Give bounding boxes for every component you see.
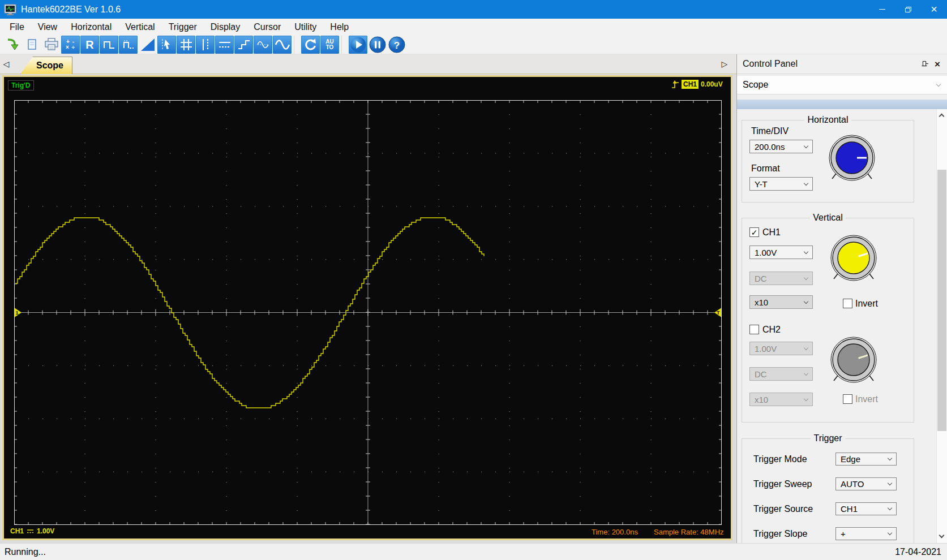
trigger-group-title: Trigger xyxy=(811,433,845,443)
maximize-button[interactable] xyxy=(895,0,921,19)
pulse-measure-button[interactable] xyxy=(119,36,138,54)
close-button[interactable]: × xyxy=(921,0,947,19)
vertical-group: Vertical ✓ CH1 1.00V DC x10 Invert CH2 1… xyxy=(742,218,914,423)
step-wave-button[interactable] xyxy=(234,36,253,54)
scrollbar-thumb[interactable] xyxy=(937,170,946,431)
autoset-button[interactable]: AUTO xyxy=(320,36,339,54)
acquire-button[interactable] xyxy=(3,36,22,54)
menu-bar: FileViewHorizontalVerticalTriggerDisplay… xyxy=(0,19,947,35)
letter-icon: R xyxy=(85,39,93,50)
sine2-icon xyxy=(275,38,290,51)
horizontal-position-knob[interactable] xyxy=(828,134,876,182)
trigger-source-label: Trigger Source xyxy=(753,504,813,514)
channel1-volts-div: 1.00V xyxy=(37,527,54,535)
vcur-icon xyxy=(199,38,212,51)
status-bar: Running... 17-04-2021 xyxy=(0,543,947,560)
grid-icon xyxy=(179,38,193,51)
horizontal-cursors-button[interactable] xyxy=(215,36,234,54)
hantek-oscilloscope-app: Hantek6022BE Ver 1.0.6 × FileViewHorizon… xyxy=(0,0,947,560)
ch1-invert-checkbox[interactable] xyxy=(843,299,852,308)
channel1-label: CH1 xyxy=(10,527,24,535)
ch2-label: CH2 xyxy=(762,325,781,335)
undo-button[interactable] xyxy=(301,36,320,54)
file-icon xyxy=(25,38,39,51)
menu-file[interactable]: File xyxy=(3,19,31,35)
pin-icon[interactable] xyxy=(920,59,930,69)
minimize-button[interactable] xyxy=(869,0,895,19)
menu-display[interactable]: Display xyxy=(204,19,247,35)
math-button[interactable]: + -× ÷ xyxy=(61,36,80,54)
scrollbar-up-icon[interactable] xyxy=(936,109,947,120)
control-panel-header: Control Panel × xyxy=(737,54,947,74)
horizontal-group-title: Horizontal xyxy=(804,115,851,124)
menu-view[interactable]: View xyxy=(31,19,64,35)
trigger-slope-select[interactable]: + xyxy=(835,527,897,540)
chevron-down-icon xyxy=(936,81,941,86)
help-icon: ? xyxy=(388,36,405,53)
ch2-invert-checkbox[interactable] xyxy=(843,394,852,404)
channel1-badge: CH1 1.00V xyxy=(10,527,54,535)
ch2-position-knob[interactable] xyxy=(830,336,877,384)
format-select[interactable]: Y-T xyxy=(749,177,813,191)
reference-button[interactable]: R xyxy=(80,36,99,54)
menu-vertical[interactable]: Vertical xyxy=(118,19,161,35)
sine-small-button[interactable] xyxy=(254,36,272,54)
sine-button[interactable] xyxy=(273,36,292,54)
restore-icon xyxy=(905,7,911,12)
app-icon xyxy=(4,4,16,15)
format-label: Format xyxy=(751,163,780,174)
file-button[interactable] xyxy=(23,36,41,54)
pause-button[interactable] xyxy=(368,36,387,54)
menu-help[interactable]: Help xyxy=(323,19,355,35)
ch1-probe-select[interactable]: x10 xyxy=(749,295,813,309)
ch1-label: CH1 xyxy=(762,227,781,238)
status-date: 17-04-2021 xyxy=(895,547,941,557)
menu-horizontal[interactable]: Horizontal xyxy=(64,19,118,35)
sine1-icon xyxy=(256,38,270,51)
trigger-channel-badge: CH1 xyxy=(682,80,699,89)
ch2-checkbox[interactable] xyxy=(749,325,759,334)
control-panel-title: Control Panel xyxy=(743,59,920,69)
cursor-button[interactable] xyxy=(157,36,176,54)
trigger-source-select[interactable]: CH1 xyxy=(835,502,897,515)
print-button[interactable] xyxy=(42,36,61,54)
window-title: Hantek6022BE Ver 1.0.6 xyxy=(21,5,121,15)
ch1-position-knob[interactable] xyxy=(830,234,877,282)
ch1-checkbox[interactable]: ✓ xyxy=(749,227,759,237)
trigger-level-value: 0.00uV xyxy=(701,80,723,88)
ramp-icon xyxy=(140,37,156,52)
title-bar: Hantek6022BE Ver 1.0.6 × xyxy=(0,0,947,19)
toolbar: + -× ÷RAUTO? xyxy=(0,35,947,54)
ch2-invert-label: Invert xyxy=(855,394,878,404)
trigger-sweep-select[interactable]: AUTO xyxy=(835,477,897,490)
acquire-icon xyxy=(6,37,20,52)
trigger-mode-label: Trigger Mode xyxy=(753,454,807,464)
vertical-cursors-button[interactable] xyxy=(196,36,215,54)
control-panel-selector[interactable]: Scope xyxy=(737,75,947,94)
ramp-button[interactable] xyxy=(138,36,157,54)
ch1-invert-label: Invert xyxy=(855,299,878,309)
control-panel-close-icon[interactable]: × xyxy=(932,59,942,69)
play-button[interactable] xyxy=(349,36,367,54)
cursor-icon xyxy=(160,38,174,51)
help-button[interactable]: ? xyxy=(387,36,406,54)
vertical-group-title: Vertical xyxy=(810,213,845,222)
hcur-icon xyxy=(218,38,232,51)
tab-scroll-right-icon[interactable]: ▷ xyxy=(720,58,729,70)
trigger-edge-icon xyxy=(671,80,679,89)
scrollbar-down-icon[interactable] xyxy=(936,531,947,542)
menu-trigger[interactable]: Trigger xyxy=(162,19,204,35)
tab-scroll-left-icon[interactable]: ◁ xyxy=(2,58,11,70)
grid-button[interactable] xyxy=(177,36,195,54)
trigger-mode-select[interactable]: Edge xyxy=(835,453,897,466)
time-div-select[interactable]: 200.0ns xyxy=(749,140,813,153)
menu-utility[interactable]: Utility xyxy=(288,19,323,35)
tab-scope[interactable]: Scope xyxy=(20,57,72,74)
menu-cursor[interactable]: Cursor xyxy=(247,19,288,35)
sample-rate-readout: Sample Rate: 48MHz xyxy=(654,528,724,536)
ch2-coupling-select: DC xyxy=(749,367,813,381)
ch1-volts-select[interactable]: 1.00V xyxy=(749,245,813,259)
tab-strip: ◁ ▷ Scope xyxy=(0,54,736,74)
pulse-button[interactable] xyxy=(100,36,118,54)
horizontal-group: Horizontal Time/DIV 200.0ns Format Y-T xyxy=(742,120,914,203)
